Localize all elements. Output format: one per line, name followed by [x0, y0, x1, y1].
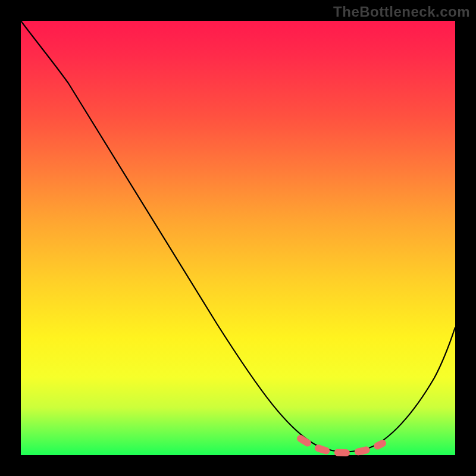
- bottleneck-curve: [21, 21, 455, 452]
- watermark-text: TheBottleneck.com: [333, 4, 470, 20]
- plot-area: [21, 21, 455, 455]
- optimal-range-marker: [300, 439, 383, 453]
- chart-svg: [21, 21, 455, 455]
- chart-frame: TheBottleneck.com: [0, 0, 476, 476]
